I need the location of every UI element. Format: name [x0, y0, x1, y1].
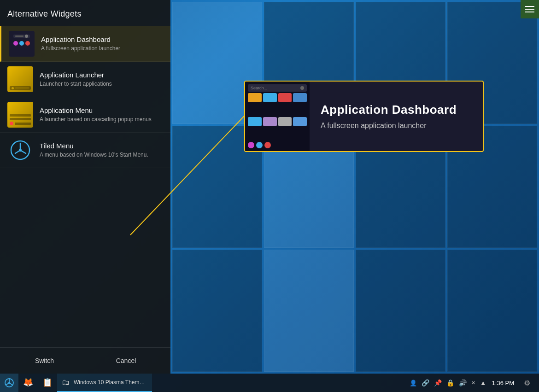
widget-item-app-dashboard[interactable]: Application Dashboard A fullscreen appli… — [0, 26, 170, 62]
preview-app-icon — [248, 117, 262, 126]
widget-name-app-launcher: Application Launcher — [40, 71, 163, 79]
widget-info-app-dashboard: Application Dashboard A fullscreen appli… — [41, 35, 163, 53]
preview-search-close — [300, 86, 304, 90]
taskbar-item-filemanager[interactable]: 🗂 Windows 10 Plasma Theme — Do... — [57, 374, 152, 392]
taskbar: 🦊 📋 🗂 Windows 10 Plasma Theme — Do... 👤 … — [0, 374, 539, 392]
tray-icon-close[interactable]: ✕ — [470, 380, 476, 386]
widget-item-tiled-menu[interactable]: Tiled Menu A menu based on Windows 10's … — [0, 133, 170, 168]
widget-icon-app-launcher — [7, 66, 33, 92]
tray-icon-chevron[interactable]: ▲ — [479, 379, 487, 386]
hamburger-line — [525, 12, 534, 12]
preview-bottom-dot — [256, 142, 263, 148]
preview-popup: Search... Application Dashboard A fullsc… — [244, 81, 484, 152]
preview-text-area: Application Dashboard A fullscreen appli… — [310, 82, 483, 151]
widget-icon-tiled-menu — [7, 137, 33, 163]
panel-buttons: Switch Cancel — [0, 347, 170, 374]
widget-info-app-menu: Application Menu A launcher based on cas… — [40, 106, 163, 123]
time-display: 1:36 PM — [492, 380, 514, 386]
desktop-tile — [447, 250, 537, 372]
taskbar-start-button[interactable] — [0, 374, 18, 392]
preview-bottom-dot — [248, 142, 254, 148]
preview-app-icon — [263, 117, 277, 126]
settings-icon: ⚙ — [524, 379, 530, 387]
widget-icon-app-dashboard — [9, 31, 35, 57]
files-icon: 📋 — [42, 377, 53, 387]
preview-app-icon — [248, 93, 262, 102]
taskbar-clock[interactable]: 1:36 PM — [490, 380, 516, 386]
panel-title: Alternative Widgets — [0, 0, 170, 26]
tray-icon-person[interactable]: 👤 — [409, 380, 418, 386]
preview-search-bar: Search... — [248, 84, 307, 92]
taskbar-item-label-filemanager: Windows 10 Plasma Theme — Do... — [74, 379, 147, 386]
widget-desc-app-dashboard: A fullscreen application launcher — [41, 45, 163, 53]
widget-info-app-launcher: Application Launcher Launcher to start a… — [40, 71, 163, 88]
tray-icon-volume[interactable]: 🔊 — [458, 379, 468, 386]
preview-bottom-row — [248, 141, 307, 148]
widget-desc-tiled-menu: A menu based on Windows 10's Start Menu. — [40, 152, 163, 159]
preview-popup-title: Application Dashboard — [321, 103, 472, 117]
widget-panel: Alternative Widgets — [0, 0, 170, 374]
widget-name-app-menu: Application Menu — [40, 106, 163, 114]
widget-icon-app-menu — [7, 102, 33, 128]
taskbar-item-files[interactable]: 📋 — [38, 374, 57, 392]
preview-app-icon — [278, 117, 292, 126]
taskbar-settings-button[interactable]: ⚙ — [519, 374, 535, 392]
preview-app-icon — [293, 93, 307, 102]
widget-item-app-menu[interactable]: Application Menu A launcher based on cas… — [0, 97, 170, 133]
svg-point-4 — [8, 382, 10, 384]
preview-app-icon — [263, 93, 277, 102]
preview-search-text: Search... — [251, 86, 267, 90]
preview-app-icon — [293, 117, 307, 126]
taskbar-item-firefox[interactable]: 🦊 — [18, 374, 38, 392]
svg-point-2 — [19, 149, 22, 152]
hamburger-menu-button[interactable] — [521, 0, 539, 18]
hamburger-line — [525, 6, 534, 7]
widget-list: Application Dashboard A fullscreen appli… — [0, 26, 170, 347]
cancel-button[interactable]: Cancel — [89, 353, 163, 368]
widget-name-app-dashboard: Application Dashboard — [41, 35, 163, 43]
widget-desc-app-launcher: Launcher to start applications — [40, 81, 163, 88]
taskbar-items: 🦊 📋 🗂 Windows 10 Plasma Theme — Do... — [18, 374, 405, 392]
preview-bottom-dot — [264, 142, 271, 148]
desktop-tile — [264, 250, 354, 372]
widget-desc-app-menu: A launcher based on cascading popup menu… — [40, 116, 163, 123]
firefox-icon: 🦊 — [23, 377, 33, 387]
preview-app-icon — [278, 93, 292, 102]
filemanager-icon: 🗂 — [62, 378, 70, 387]
widget-name-tiled-menu: Tiled Menu — [40, 142, 163, 150]
widget-info-tiled-menu: Tiled Menu A menu based on Windows 10's … — [40, 142, 163, 159]
preview-popup-subtitle: A fullscreen application launcher — [321, 122, 472, 130]
desktop-tiles — [170, 0, 539, 374]
preview-app-grid — [248, 93, 307, 140]
switch-button[interactable]: Switch — [7, 353, 82, 368]
tray-icon-pin[interactable]: 📌 — [433, 379, 443, 386]
preview-screenshot: Search... — [245, 82, 310, 151]
tray-icon-lock[interactable]: 🔒 — [445, 379, 455, 386]
desktop-tile — [172, 250, 262, 372]
tray-icon-network[interactable]: 🔗 — [421, 379, 430, 386]
taskbar-right: 👤 🔗 📌 🔒 🔊 ✕ ▲ 1:36 PM ⚙ — [405, 374, 539, 392]
widget-item-app-launcher[interactable]: Application Launcher Launcher to start a… — [0, 62, 170, 97]
desktop-tile — [356, 250, 445, 372]
hamburger-line — [525, 9, 534, 10]
